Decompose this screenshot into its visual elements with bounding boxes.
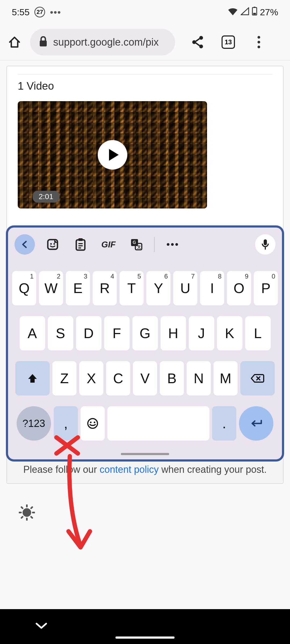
- space-key[interactable]: [107, 406, 209, 441]
- notification-overflow-icon: •••: [50, 7, 61, 17]
- content-policy-link[interactable]: content policy: [100, 464, 159, 475]
- system-nav-bar: [0, 609, 290, 644]
- key-y[interactable]: Y6: [146, 271, 171, 305]
- svg-point-28: [167, 243, 169, 246]
- share-button[interactable]: [190, 34, 206, 50]
- key-m[interactable]: M: [213, 361, 238, 396]
- svg-rect-31: [264, 239, 267, 245]
- clock: 5:55: [12, 7, 30, 17]
- svg-point-34: [90, 422, 92, 423]
- key-g[interactable]: G: [132, 316, 158, 350]
- voice-input-button[interactable]: [255, 234, 276, 255]
- notification-badge: 27: [34, 7, 45, 17]
- policy-text-suffix: when creating your post.: [159, 464, 267, 475]
- svg-point-35: [94, 422, 95, 423]
- key-w[interactable]: W2: [39, 271, 63, 305]
- video-duration: 2:01: [33, 191, 59, 203]
- cell-signal-icon: [241, 7, 249, 17]
- keyboard-collapse-button[interactable]: [15, 234, 35, 255]
- key-u[interactable]: U7: [173, 271, 197, 305]
- lock-icon: [39, 36, 48, 48]
- key-l[interactable]: L: [245, 316, 271, 350]
- gesture-pill[interactable]: [115, 636, 175, 639]
- browser-toolbar: support.google.com/pix 13: [0, 24, 290, 60]
- key-i[interactable]: I8: [200, 271, 224, 305]
- key-o[interactable]: O9: [227, 271, 251, 305]
- tab-count: 13: [225, 38, 232, 46]
- url-text: support.google.com/pix: [53, 36, 159, 48]
- svg-rect-3: [40, 41, 47, 46]
- svg-line-14: [21, 517, 23, 518]
- tabs-button[interactable]: 13: [220, 34, 236, 50]
- svg-point-7: [23, 508, 31, 517]
- key-b[interactable]: B: [160, 361, 184, 396]
- svg-rect-1: [254, 7, 255, 8]
- key-f[interactable]: F: [104, 316, 130, 350]
- key-x[interactable]: X: [79, 361, 103, 396]
- svg-point-33: [88, 419, 97, 428]
- status-bar: 5:55 27 ••• 27%: [0, 0, 290, 24]
- menu-button[interactable]: [251, 34, 267, 50]
- battery-icon: [252, 6, 257, 18]
- key-v[interactable]: V: [133, 361, 157, 396]
- status-left: 5:55 27 •••: [12, 7, 61, 17]
- key-r[interactable]: R4: [93, 271, 117, 305]
- key-q[interactable]: Q1: [12, 271, 36, 305]
- period-key[interactable]: .: [212, 406, 236, 441]
- svg-text:文: 文: [137, 245, 141, 249]
- play-icon: [109, 149, 119, 161]
- shift-key[interactable]: [15, 361, 50, 396]
- home-button[interactable]: [6, 34, 23, 50]
- key-k[interactable]: K: [217, 316, 242, 350]
- overflow-icon: [258, 36, 260, 48]
- url-bar[interactable]: support.google.com/pix: [30, 29, 175, 56]
- key-a[interactable]: A: [20, 316, 45, 350]
- policy-text-prefix: Please follow our: [23, 464, 100, 475]
- keyboard-drag-handle[interactable]: [121, 453, 169, 455]
- video-section-title: 1 Video: [18, 74, 272, 101]
- on-screen-keyboard: GIF G文 Q1W2E3R4T5Y6U7I8O9P0 ASDFGHJKL ZX…: [6, 225, 284, 462]
- battery-percent: 27%: [260, 7, 278, 17]
- svg-line-15: [31, 507, 32, 508]
- key-h[interactable]: H: [161, 316, 186, 350]
- svg-point-30: [175, 243, 178, 246]
- svg-point-17: [50, 243, 52, 245]
- keyboard-toolbar: GIF G文: [12, 232, 278, 257]
- comma-key[interactable]: ,: [54, 406, 78, 441]
- svg-point-18: [53, 243, 55, 245]
- backspace-key[interactable]: [240, 361, 275, 396]
- key-j[interactable]: J: [189, 316, 214, 350]
- svg-line-13: [31, 517, 32, 518]
- svg-rect-16: [48, 240, 57, 249]
- emoji-key[interactable]: [81, 406, 105, 441]
- play-button[interactable]: [98, 140, 127, 170]
- enter-key[interactable]: [239, 406, 273, 441]
- clipboard-button[interactable]: [70, 234, 91, 255]
- keyboard-more-button[interactable]: [162, 234, 183, 255]
- key-p[interactable]: P0: [254, 271, 278, 305]
- key-d[interactable]: D: [76, 316, 102, 350]
- svg-rect-19: [76, 240, 85, 250]
- key-c[interactable]: C: [106, 361, 130, 396]
- key-n[interactable]: N: [187, 361, 211, 396]
- toolbar-separator: [154, 237, 155, 252]
- keyboard-dismiss-button[interactable]: [35, 622, 48, 631]
- gif-button[interactable]: GIF: [98, 234, 119, 255]
- key-e[interactable]: E3: [66, 271, 90, 305]
- key-row-2: ASDFGHJKL: [12, 316, 278, 350]
- symbols-key[interactable]: ?123: [17, 406, 51, 441]
- key-row-4: ?123 , .: [12, 406, 278, 441]
- video-thumbnail[interactable]: 2:01: [18, 101, 207, 208]
- key-row-1: Q1W2E3R4T5Y6U7I8O9P0: [12, 271, 278, 305]
- key-s[interactable]: S: [48, 316, 73, 350]
- wifi-icon: [228, 7, 238, 17]
- key-t[interactable]: T5: [119, 271, 144, 305]
- status-right: 27%: [228, 6, 278, 18]
- sticker-button[interactable]: [42, 234, 63, 255]
- svg-line-12: [21, 507, 23, 508]
- key-row-3: ZXCVBNM: [12, 361, 278, 396]
- translate-button[interactable]: G文: [126, 234, 147, 255]
- key-z[interactable]: Z: [52, 361, 77, 396]
- svg-text:G: G: [133, 240, 136, 245]
- dark-mode-toggle[interactable]: [19, 504, 35, 521]
